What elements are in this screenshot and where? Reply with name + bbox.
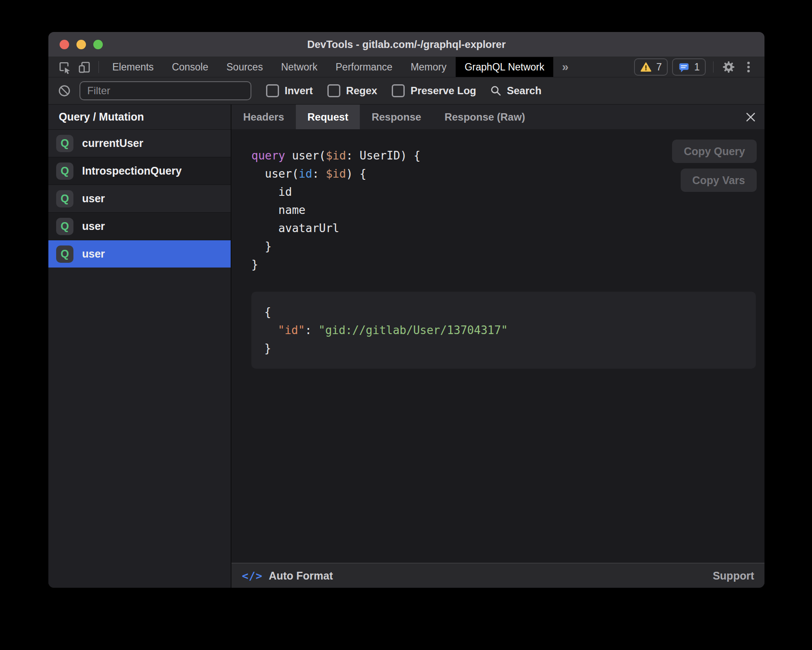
window-title: DevTools - gitlab.com/-/graphql-explorer <box>307 38 506 51</box>
toolbar-right-controls: 7 1 <box>632 57 764 77</box>
panel-tab-response-raw[interactable]: Response (Raw) <box>433 105 537 129</box>
gear-icon <box>722 60 736 74</box>
query-list: QcurrentUserQIntrospectionQueryQuserQuse… <box>48 129 231 588</box>
regex-checkbox-box[interactable] <box>327 84 340 97</box>
code-line: } <box>264 339 743 357</box>
toolbar-divider <box>98 61 99 73</box>
devtools-window: DevTools - gitlab.com/-/graphql-explorer… <box>48 32 764 588</box>
query-sidebar: Query / Mutation QcurrentUserQIntrospect… <box>48 105 232 588</box>
devtools-tab-strip: ElementsConsoleSourcesNetworkPerformance… <box>103 57 553 77</box>
close-icon <box>745 112 756 123</box>
query-list-item[interactable]: QIntrospectionQuery <box>48 157 231 185</box>
filter-checkboxes: InvertRegexPreserve Log <box>251 84 476 97</box>
checkbox-preserve-log[interactable]: Preserve Log <box>392 84 476 97</box>
query-type-badge: Q <box>56 218 73 235</box>
toggle-device-toolbar-button[interactable] <box>74 57 94 77</box>
auto-format-icon: </> <box>242 570 263 582</box>
close-panel-button[interactable] <box>737 105 764 129</box>
query-list-item[interactable]: Quser <box>48 212 231 240</box>
customize-devtools-button[interactable] <box>739 61 758 73</box>
query-list-item[interactable]: QcurrentUser <box>48 129 231 157</box>
device-toolbar-icon <box>78 61 91 74</box>
code-line: } <box>251 255 756 274</box>
panel-tab-request[interactable]: Request <box>296 105 360 129</box>
query-variables-box: { "id": "gid://gitlab/User/13704317"} <box>251 292 756 369</box>
devtools-toolbar: ElementsConsoleSourcesNetworkPerformance… <box>48 57 764 77</box>
search-icon <box>490 85 502 97</box>
panel-tab-strip: HeadersRequestResponseResponse (Raw) <box>232 105 764 129</box>
request-panel: HeadersRequestResponseResponse (Raw) que… <box>232 105 764 588</box>
preserve-log-checkbox-box[interactable] <box>392 84 405 97</box>
code-line: } <box>251 237 756 255</box>
main-area: Query / Mutation QcurrentUserQIntrospect… <box>48 105 764 588</box>
tab-sources[interactable]: Sources <box>217 57 272 77</box>
filter-input[interactable] <box>79 81 251 100</box>
query-list-item[interactable]: Quser <box>48 185 231 212</box>
settings-button[interactable] <box>719 60 739 74</box>
query-item-label: user <box>82 220 105 233</box>
tab-console[interactable]: Console <box>163 57 217 77</box>
clear-filter-icon[interactable] <box>58 84 71 97</box>
tab-memory[interactable]: Memory <box>402 57 456 77</box>
panel-footer: </> Auto Format Support <box>232 563 764 588</box>
traffic-lights <box>60 32 103 57</box>
query-type-badge: Q <box>56 162 73 180</box>
tab-elements[interactable]: Elements <box>103 57 163 77</box>
more-tabs-button[interactable]: » <box>553 57 577 77</box>
copy-query-button[interactable]: Copy Query <box>672 140 757 163</box>
query-item-label: currentUser <box>82 137 143 150</box>
query-list-item[interactable]: Quser <box>48 240 231 268</box>
chat-bubble-icon <box>678 61 690 73</box>
invert-checkbox-box[interactable] <box>266 84 279 97</box>
code-line: avatarUrl <box>251 219 756 237</box>
code-line: "id": "gid://gitlab/User/13704317" <box>264 321 743 339</box>
close-window-button[interactable] <box>60 40 69 49</box>
code-line: { <box>264 303 743 321</box>
inspect-element-button[interactable] <box>54 57 74 77</box>
checkbox-regex[interactable]: Regex <box>327 84 377 97</box>
checkbox-invert[interactable]: Invert <box>266 84 313 97</box>
query-type-badge: Q <box>56 245 73 263</box>
minimize-window-button[interactable] <box>76 40 86 49</box>
query-item-label: user <box>82 248 105 260</box>
panel-tab-headers[interactable]: Headers <box>232 105 296 129</box>
kebab-menu-icon <box>743 61 754 73</box>
regex-checkbox-label: Regex <box>346 85 377 97</box>
invert-checkbox-label: Invert <box>285 85 313 97</box>
issues-warning-badge[interactable]: 7 <box>634 58 668 76</box>
filter-bar: InvertRegexPreserve Log Search <box>48 77 764 105</box>
query-item-label: IntrospectionQuery <box>82 165 182 177</box>
tab-graphql-network[interactable]: GraphQL Network <box>456 57 554 77</box>
preserve-log-checkbox-label: Preserve Log <box>410 85 476 97</box>
message-count: 1 <box>694 61 700 73</box>
title-bar: DevTools - gitlab.com/-/graphql-explorer <box>48 32 764 57</box>
copy-vars-button[interactable]: Copy Vars <box>681 169 757 192</box>
tab-performance[interactable]: Performance <box>327 57 402 77</box>
toolbar-right-divider <box>713 61 714 73</box>
search-label: Search <box>507 85 541 97</box>
request-content: query user($id: UserID) { user(id: $id) … <box>232 129 764 563</box>
query-type-badge: Q <box>56 135 73 152</box>
query-item-label: user <box>82 192 105 205</box>
tab-network[interactable]: Network <box>272 57 327 77</box>
warning-count: 7 <box>656 61 662 73</box>
auto-format-button[interactable]: Auto Format <box>269 570 333 582</box>
toolbar-spacer <box>577 57 632 77</box>
warning-icon <box>640 61 652 73</box>
messages-badge[interactable]: 1 <box>672 58 706 76</box>
query-type-badge: Q <box>56 190 73 207</box>
inspect-cursor-icon <box>58 61 71 74</box>
sidebar-header: Query / Mutation <box>48 105 231 129</box>
maximize-window-button[interactable] <box>93 40 103 49</box>
support-link[interactable]: Support <box>713 570 754 582</box>
panel-tab-response[interactable]: Response <box>360 105 433 129</box>
code-line: name <box>251 201 756 219</box>
copy-buttons: Copy Query Copy Vars <box>672 140 757 192</box>
search-button[interactable]: Search <box>490 85 541 97</box>
